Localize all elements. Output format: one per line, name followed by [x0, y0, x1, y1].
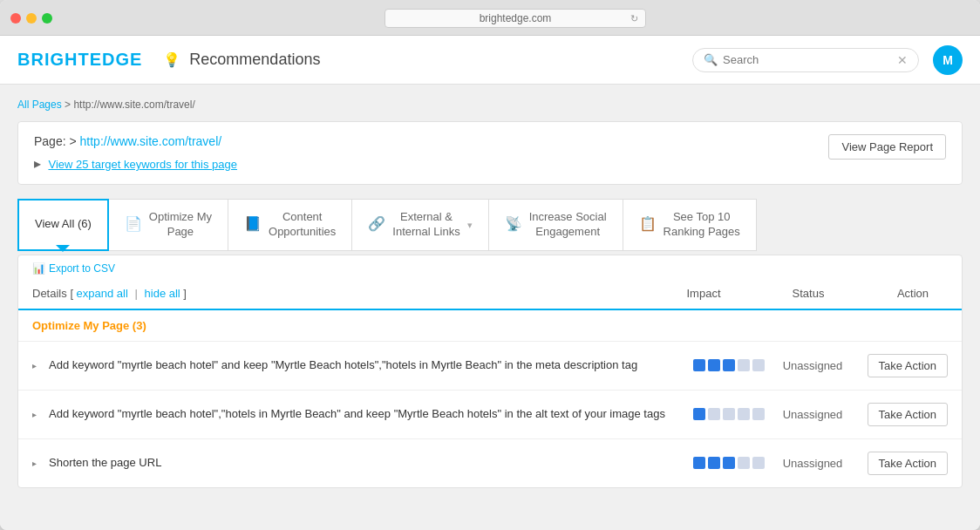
table-row: ▸ Add keyword "myrtle beach hotel","hote…	[18, 390, 962, 438]
csv-icon: 📊	[32, 262, 45, 275]
col-header-action: Action	[878, 287, 948, 300]
bar-segment	[738, 408, 750, 420]
keywords-link[interactable]: View 25 target keywords for this page	[48, 158, 237, 171]
traffic-light-red	[10, 13, 21, 24]
action-area-2: Take Action	[861, 403, 948, 426]
traffic-light-green	[42, 13, 52, 24]
page-info-box: Page: > http://www.site.com/travel/ ▸ Vi…	[17, 121, 963, 185]
bar-segment	[752, 408, 765, 420]
address-bar: brightedge.com ↻	[61, 9, 970, 28]
take-action-button-2[interactable]: Take Action	[868, 403, 949, 426]
bar-segment	[723, 359, 735, 371]
tab-content-label: ContentOpportunities	[269, 210, 336, 240]
keywords-arrow: ▸	[34, 156, 41, 171]
tab-ranking-pages[interactable]: 📋 See Top 10Ranking Pages	[623, 199, 757, 251]
bulb-icon: 💡	[163, 51, 180, 68]
search-clear-icon[interactable]: ✕	[897, 53, 908, 67]
impact-bar-3	[693, 457, 765, 469]
chevron-down-icon: ▾	[467, 219, 473, 231]
breadcrumb-current: http://www.site.com/travel/	[73, 99, 194, 111]
tab-optimize-label: Optimize MyPage	[149, 210, 212, 240]
content-area: 📊 Export to CSV Details [ expand all | h…	[17, 255, 963, 488]
traffic-light-yellow	[26, 13, 37, 24]
col-header-impact: Impact	[669, 287, 738, 300]
bar-segment	[723, 457, 735, 469]
tab-content-opportunities[interactable]: 📘 ContentOpportunities	[228, 199, 352, 251]
doc-icon: 📄	[125, 215, 142, 234]
section-optimize: Optimize My Page (3)	[18, 310, 962, 341]
rec-text-1: Add keyword "myrtle beach hotel" and kee…	[49, 357, 684, 373]
action-area-3: Take Action	[861, 452, 948, 475]
expand-all-link[interactable]: expand all	[77, 287, 128, 300]
bar-segment	[693, 457, 705, 469]
link-icon: 🔗	[368, 215, 385, 234]
search-input[interactable]	[723, 53, 892, 66]
bar-segment	[693, 359, 705, 371]
pages-icon: 📋	[639, 215, 657, 234]
tab-social-label: Increase SocialEngagement	[529, 210, 607, 240]
tab-view-all[interactable]: View All (6)	[17, 199, 109, 251]
bar-segment	[693, 408, 705, 420]
rec-text-3: Shorten the page URL	[49, 455, 684, 471]
filter-tabs: View All (6) 📄 Optimize MyPage 📘 Content…	[17, 199, 963, 251]
page-label: Page: >	[34, 134, 80, 148]
bar-segment	[723, 408, 735, 420]
bar-segment	[708, 457, 720, 469]
col-header-status: Status	[773, 287, 843, 300]
logo: BRIGHTEDGE	[17, 50, 142, 70]
breadcrumb-separator: >	[65, 99, 73, 111]
row-expand-arrow[interactable]: ▸	[32, 410, 37, 419]
take-action-button-1[interactable]: Take Action	[868, 354, 949, 377]
hide-all-link[interactable]: hide all	[145, 287, 180, 300]
action-area-1: Take Action	[861, 354, 948, 377]
url-text: brightedge.com	[480, 12, 552, 24]
rec-text-2: Add keyword "myrtle beach hotel","hotels…	[49, 406, 684, 422]
rss-icon: 📡	[505, 215, 522, 234]
bar-segment	[738, 359, 750, 371]
tab-external-label: External &Internal Links	[392, 210, 459, 240]
tab-social-engagement[interactable]: 📡 Increase SocialEngagement	[489, 199, 623, 251]
impact-bar-1	[693, 359, 765, 371]
table-row: ▸ Shorten the page URL Unassigned Take A…	[18, 438, 962, 487]
search-bar[interactable]: 🔍 ✕	[692, 48, 919, 72]
search-icon: 🔍	[704, 53, 718, 66]
tab-external-links[interactable]: 🔗 External &Internal Links ▾	[352, 199, 488, 251]
view-page-report-button[interactable]: View Page Report	[828, 134, 946, 160]
status-1: Unassigned	[773, 359, 852, 372]
take-action-button-3[interactable]: Take Action	[868, 452, 949, 475]
book-icon: 📘	[244, 215, 262, 234]
avatar[interactable]: M	[933, 45, 963, 75]
tab-optimize-my-page[interactable]: 📄 Optimize MyPage	[109, 199, 228, 251]
row-expand-arrow[interactable]: ▸	[32, 459, 37, 468]
impact-bar-2	[693, 408, 765, 420]
bar-segment	[752, 359, 765, 371]
export-csv-button[interactable]: 📊 Export to CSV	[32, 262, 948, 275]
table-details-header: Details [ expand all | hide all ]	[32, 287, 669, 300]
page-heading: Recommendations	[189, 51, 320, 69]
breadcrumb: All Pages > http://www.site.com/travel/	[17, 99, 963, 111]
row-expand-arrow[interactable]: ▸	[32, 361, 37, 370]
refresh-icon[interactable]: ↻	[630, 13, 638, 24]
table-row: ▸ Add keyword "myrtle beach hotel" and k…	[18, 341, 962, 390]
tab-view-all-label: View All (6)	[35, 217, 92, 232]
bar-segment	[708, 408, 720, 420]
status-3: Unassigned	[773, 457, 852, 470]
bar-segment	[738, 457, 750, 469]
page-url-link[interactable]: http://www.site.com/travel/	[80, 134, 222, 148]
tab-ranking-label: See Top 10Ranking Pages	[664, 210, 740, 240]
bar-segment	[752, 457, 765, 469]
bar-segment	[708, 359, 720, 371]
table-header: Details [ expand all | hide all ] Impact…	[18, 278, 962, 310]
breadcrumb-all-pages[interactable]: All Pages	[17, 99, 62, 111]
status-2: Unassigned	[773, 408, 852, 421]
